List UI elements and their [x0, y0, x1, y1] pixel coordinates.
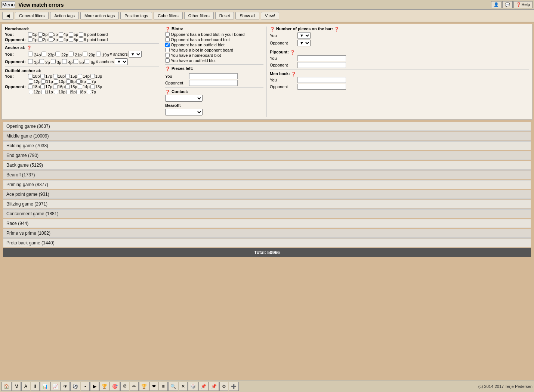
user-icon-button[interactable]: 👤 — [491, 1, 501, 8]
homeboard-opp-4p[interactable]: 4p — [59, 37, 68, 42]
result-opening-game[interactable]: Opening game (8637) — [3, 122, 531, 131]
homeboard-you-4p[interactable]: 4p — [59, 32, 68, 37]
homeboard-you-3p[interactable]: 3p — [49, 32, 58, 37]
toolbar-home[interactable]: 🏠 — [1, 382, 12, 391]
anchor-opp-2p[interactable]: 2p — [39, 59, 50, 65]
tab-more-action[interactable]: More action tags — [80, 12, 119, 19]
toolbar-list[interactable]: ≡ — [159, 382, 168, 391]
blot-cb-4[interactable] — [165, 48, 170, 52]
menback-help-icon[interactable]: ❓ — [291, 72, 296, 77]
toolbar-chart-bar[interactable]: 📊 — [40, 382, 50, 391]
toolbar-download[interactable]: ⬇ — [31, 382, 40, 391]
menu-button[interactable]: Menu — [1, 1, 15, 8]
toolbar-target[interactable]: 🎯 — [110, 382, 120, 391]
anchor-opp-1p[interactable]: 1p — [28, 59, 38, 65]
homeboard-opp-6point[interactable]: 6 point board — [79, 37, 108, 42]
tab-position[interactable]: Position tags — [120, 12, 152, 19]
homeboard-you-5p[interactable]: 5p — [69, 32, 78, 37]
tab-general[interactable]: General filters — [15, 12, 49, 19]
tab-reset[interactable]: Reset — [215, 12, 234, 19]
result-bearoff[interactable]: Bearoff (1737) — [3, 170, 531, 179]
result-back-game[interactable]: Back game (5129) — [3, 161, 531, 170]
toolbar-a[interactable]: A — [21, 382, 30, 391]
homeboard-opp-1p[interactable]: 1p — [28, 37, 37, 42]
homeboard-opp-5p[interactable]: 5p — [69, 37, 78, 42]
anchor-opp-4p[interactable]: 4p — [62, 59, 72, 65]
homeboard-you-6point[interactable]: 6 point board — [79, 32, 108, 37]
toolbar-square[interactable]: ▪ — [81, 382, 90, 391]
result-blitzing[interactable]: Blitzing game (2971) — [3, 200, 531, 209]
contact-help-icon[interactable]: ❓ — [165, 90, 170, 95]
pipcount-help-icon[interactable]: ❓ — [290, 50, 295, 55]
help-button[interactable]: ❓Help — [513, 1, 533, 8]
bar-you-select[interactable]: ▼ — [297, 32, 311, 39]
tab-other[interactable]: Other filters — [184, 12, 214, 19]
result-holding-game[interactable]: Holding game (7038) — [3, 141, 531, 150]
anchor-you-23p[interactable]: 23p — [41, 52, 54, 57]
bar-help-icon-right[interactable]: ❓ — [334, 27, 339, 32]
tab-action[interactable]: Action tags — [50, 12, 78, 19]
toolbar-bookmark1[interactable]: 📌 — [198, 382, 209, 391]
toolbar-trophy1[interactable]: 🏆 — [99, 382, 109, 391]
chat-icon-button[interactable]: 💬 — [502, 1, 513, 8]
blot-cb-2[interactable] — [165, 37, 170, 42]
tab-view[interactable]: View! — [261, 12, 279, 19]
homeboard-you-2p[interactable]: 2p — [38, 32, 47, 37]
toolbar-bookmark2[interactable]: 📌 — [209, 382, 219, 391]
toolbar-eye[interactable]: 👁 — [61, 382, 70, 391]
toolbar-chart-line[interactable]: 📈 — [50, 382, 61, 391]
toolbar-dice[interactable]: 🎲 — [188, 382, 198, 391]
toolbar-play[interactable]: ▶ — [90, 382, 99, 391]
pipcount-you-input[interactable] — [297, 55, 346, 61]
anchor-you-count-select[interactable]: ▼ — [129, 51, 142, 58]
result-race[interactable]: Race (944) — [3, 219, 531, 228]
anchor-you-21p[interactable]: 21p — [69, 52, 81, 57]
anchor-opp-count-select[interactable]: ▼ — [115, 58, 128, 65]
anchor-opp-5p[interactable]: 5p — [73, 59, 84, 65]
toolbar-search[interactable]: 🔍 — [168, 382, 178, 391]
menback-you-input[interactable] — [297, 77, 346, 83]
anchor-opp-6p[interactable]: 6p — [84, 59, 95, 65]
anchor-you-20p[interactable]: 20p — [83, 52, 95, 57]
pipcount-opp-input[interactable] — [297, 62, 346, 68]
anchor-you-22p[interactable]: 22p — [55, 52, 68, 57]
toolbar-edit[interactable]: ✏ — [130, 382, 139, 391]
toolbar-plus[interactable]: ➕ — [229, 382, 239, 391]
anchor-opp-3p[interactable]: 3p — [51, 59, 61, 65]
blots-help-icon[interactable]: ❓ — [165, 27, 170, 32]
toolbar-m[interactable]: M — [12, 382, 21, 391]
homeboard-opp-2p[interactable]: 2p — [38, 37, 47, 42]
blot-cb-1[interactable] — [165, 32, 170, 37]
toolbar-heart[interactable]: ❤ — [149, 382, 158, 391]
bar-opp-select[interactable]: ▼ — [297, 40, 311, 46]
bar-help-icon-left[interactable]: ❓ — [270, 27, 275, 32]
result-middle-game[interactable]: Middle game (10009) — [3, 132, 531, 141]
anchor-you-24p[interactable]: 24p — [28, 52, 41, 57]
result-prime-vs-prime[interactable]: Prime vs prime (1082) — [3, 229, 531, 238]
back-button[interactable]: ◀ — [2, 12, 13, 20]
result-containment[interactable]: Containment game (1881) — [3, 209, 531, 218]
result-proto-back-game[interactable]: Proto back game (1440) — [3, 238, 531, 247]
pieces-you-input[interactable] — [189, 73, 238, 79]
blot-cb-6[interactable] — [165, 58, 170, 63]
tab-cube[interactable]: Cube filters — [154, 12, 183, 19]
pieces-opp-input[interactable] — [189, 80, 238, 86]
pieces-help-icon[interactable]: ❓ — [165, 67, 170, 71]
blot-cb-5[interactable] — [165, 53, 170, 58]
result-priming-game[interactable]: Priming game (8377) — [3, 180, 531, 189]
toolbar-registered[interactable]: ® — [120, 382, 129, 391]
menback-opp-input[interactable] — [297, 84, 346, 90]
homeboard-opp-3p[interactable]: 3p — [49, 37, 58, 42]
bearoff-select[interactable] — [165, 109, 203, 115]
anchor-you-19p[interactable]: 19p — [96, 52, 109, 57]
contact-select[interactable] — [165, 95, 203, 102]
toolbar-close[interactable]: ✕ — [179, 382, 188, 391]
blot-cb-3[interactable] — [165, 43, 170, 47]
toolbar-soccer[interactable]: ⚽ — [70, 382, 80, 391]
toolbar-trophy2[interactable]: 🏆 — [139, 382, 149, 391]
homeboard-you-1p[interactable]: 1p — [28, 32, 37, 37]
anchor-help-icon[interactable]: ❓ — [27, 46, 32, 50]
result-ace-point[interactable]: Ace point game (931) — [3, 190, 531, 199]
toolbar-settings[interactable]: ⚙ — [219, 382, 228, 391]
result-end-game[interactable]: End game (790) — [3, 151, 531, 160]
